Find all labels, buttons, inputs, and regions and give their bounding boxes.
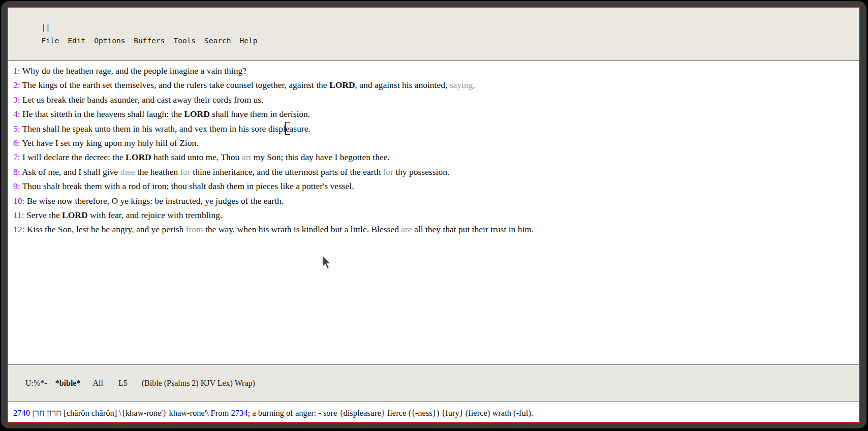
strongs-link[interactable]: 2740 xyxy=(13,408,30,418)
text-segment: I will declare the decree: the xyxy=(22,152,126,162)
buffer-name: *bible* xyxy=(55,379,81,387)
text-segment: the heathen xyxy=(135,167,180,177)
text-cursor: e xyxy=(286,124,290,134)
text-segment: LORD xyxy=(126,152,151,162)
verse-line: 5: Then shall he speak unto them in his … xyxy=(13,121,855,136)
text-segment: thy possession. xyxy=(393,167,449,177)
text-segment: asure. xyxy=(290,124,311,134)
text-segment: ; a burning of anger: - sore {displeasur… xyxy=(248,408,534,418)
text-segment: Be wise now therefore, O ye kings: be in… xyxy=(27,196,284,206)
verse-number: 11: xyxy=(13,210,26,220)
strongs-link[interactable]: 2734 xyxy=(231,408,248,418)
text-segment: Then shall he speak unto them in his wra… xyxy=(22,124,286,134)
text-segment: He that sitteth in the heavens shall lau… xyxy=(22,109,184,119)
verse-number: 9: xyxy=(13,181,22,191)
text-segment: Let us break their bands asunder, and ca… xyxy=(22,95,264,105)
verse-number: 10: xyxy=(13,196,27,206)
verse-number: 4: xyxy=(13,109,22,119)
scroll-position: All xyxy=(92,379,103,387)
major-mode: (Bible (Psalms 2) KJV Lex) Wrap) xyxy=(142,379,255,387)
verse-line: 3: Let us break their bands asunder, and… xyxy=(13,93,855,107)
text-segment: hath said unto me, Thou xyxy=(151,152,242,162)
menu-options[interactable]: Options xyxy=(94,34,125,47)
text-segment: all they that put their trust in him. xyxy=(412,224,534,234)
verse-line: 2: The kings of the earth set themselves… xyxy=(13,78,855,92)
text-segment: from xyxy=(186,224,203,234)
menu-buffers[interactable]: Buffers xyxy=(134,34,165,47)
text-segment: shall have them in derision. xyxy=(210,109,310,119)
text-segment: Serve the xyxy=(26,210,62,220)
text-segment: The kings of the earth set themselves, a… xyxy=(22,80,329,90)
text-segment: my Son; this day have I begotten thee. xyxy=(251,152,390,162)
verse-line: 12: Kiss the Son, lest he be angry, and … xyxy=(13,222,855,236)
menu-tools[interactable]: Tools xyxy=(173,34,196,47)
verse-number: 3: xyxy=(13,95,22,105)
text-segment: LORD xyxy=(329,80,355,90)
text-segment: Thou shalt break them with a rod of iron… xyxy=(22,181,354,191)
bible-verses: 1: Why do the heathen rage, and the peop… xyxy=(13,64,855,237)
text-segment: thine inheritance, and the uttermost par… xyxy=(191,167,383,177)
lexicon-entry: 2740 חרון חרן [chârôn chârôn] \{khaw-ron… xyxy=(13,406,855,420)
menu-search[interactable]: Search xyxy=(204,34,231,47)
verse-number: 7: xyxy=(13,152,22,162)
emacs-frame: || FileEditOptionsBuffersToolsSearchHelp… xyxy=(7,7,860,423)
text-segment: LORD xyxy=(184,109,210,119)
menu-grip: || xyxy=(41,21,50,34)
text-segment: Yet have I set my king upon my holy hill… xyxy=(22,138,198,148)
line-number: L5 xyxy=(118,379,128,387)
text-segment: for xyxy=(383,167,393,177)
text-segment: with fear, and rejoice with trembling. xyxy=(88,210,223,220)
text-segment: for xyxy=(180,167,191,177)
text-segment: , and against his anointed, xyxy=(355,80,450,90)
modeline-flags: U:%*- xyxy=(25,379,47,387)
menu-items: FileEditOptionsBuffersToolsSearchHelp xyxy=(41,37,266,45)
text-segment: חרון חרן xyxy=(30,408,64,418)
text-segment: are xyxy=(401,224,412,234)
verse-line: 10: Be wise now therefore, O ye kings: b… xyxy=(13,194,855,208)
text-segment: [chârôn chârôn] \{khaw-rone'} khaw-rone'… xyxy=(64,408,231,418)
verse-number: 6: xyxy=(13,138,22,148)
verse-line: 4: He that sitteth in the heavens shall … xyxy=(13,107,855,121)
text-segment: LORD xyxy=(62,210,88,220)
verse-number: 1: xyxy=(13,66,22,76)
menu-edit[interactable]: Edit xyxy=(68,34,85,47)
verse-number: 12: xyxy=(13,224,27,234)
modeline-bible[interactable]: U:%*-*bible*AllL5(Bible (Psalms 2) KJV L… xyxy=(8,364,859,402)
window-frame: || FileEditOptionsBuffersToolsSearchHelp… xyxy=(1,1,866,428)
menu-bar[interactable]: || FileEditOptionsBuffersToolsSearchHelp xyxy=(8,8,859,61)
verse-number: 2: xyxy=(13,80,22,90)
text-segment: saying, xyxy=(450,80,475,90)
verse-number: 5: xyxy=(13,124,22,134)
text-segment: Kiss the Son, lest he be angry, and ye p… xyxy=(27,224,186,234)
verse-line: 11: Serve the LORD with fear, and rejoic… xyxy=(13,208,855,222)
verse-line: 1: Why do the heathen rage, and the peop… xyxy=(13,64,855,78)
text-segment: art xyxy=(242,152,251,162)
text-segment: Why do the heathen rage, and the people … xyxy=(22,66,246,76)
verse-line: 7: I will declare the decree: the LORD h… xyxy=(13,150,855,164)
text-segment: thee xyxy=(120,167,135,177)
verse-line: 9: Thou shalt break them with a rod of i… xyxy=(13,179,855,193)
text-segment: the way, when his wrath is kindled but a… xyxy=(203,224,401,234)
menu-help[interactable]: Help xyxy=(240,34,258,47)
verse-number: 8: xyxy=(13,167,22,177)
bible-buffer[interactable]: 1: Why do the heathen rage, and the peop… xyxy=(8,61,859,364)
menu-file[interactable]: File xyxy=(41,34,59,47)
verse-line: 6: Yet have I set my king upon my holy h… xyxy=(13,136,855,150)
lexicon-buffer[interactable]: 2740 חרון חרן [chârôn chârôn] \{khaw-ron… xyxy=(8,402,859,423)
text-segment: Ask of me, and I shall give xyxy=(22,167,120,177)
verse-line: 8: Ask of me, and I shall give thee the … xyxy=(13,165,855,179)
